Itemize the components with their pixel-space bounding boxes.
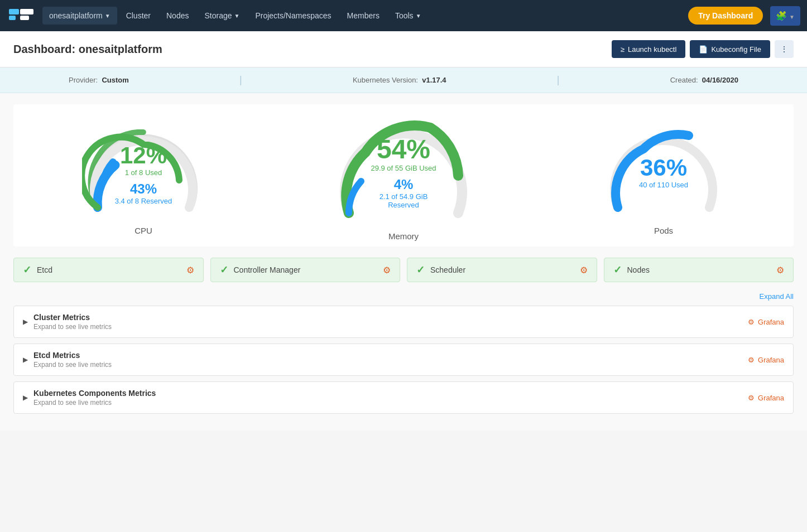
memory-gauge-text: 54% 29.9 of 55 GiB Used 4% 2.1 of 54.9 G… [370, 136, 437, 209]
cpu-used-percent: 12% [115, 144, 172, 167]
launch-kubectl-button[interactable]: ≥ Launch kubectl [612, 40, 686, 58]
grafana-icon-controller-manager[interactable]: ⚙ [383, 265, 391, 275]
memory-reserved-percent: 4% [370, 177, 437, 192]
k8s-components-metrics-grafana[interactable]: ⚙ Grafana [748, 394, 784, 402]
check-icon: ✓ [23, 264, 31, 276]
expand-all-row: Expand All [13, 291, 794, 301]
grafana-icon: ⚙ [748, 356, 755, 364]
nav-item-storage[interactable]: Storage ▼ [198, 7, 246, 25]
cpu-reserved-detail: 3.4 of 8 Reserved [115, 197, 172, 205]
divider: | [239, 74, 242, 86]
memory-used-percent: 54% [370, 136, 437, 163]
pods-label: Pods [654, 226, 673, 235]
check-icon: ✓ [613, 264, 622, 276]
status-name-nodes: Nodes [627, 265, 771, 274]
etcd-metrics-subtitle: Expand to see live metrics [33, 361, 748, 369]
k8s-components-metrics-header[interactable]: ▶ Kubernetes Components Metrics Expand t… [14, 382, 793, 413]
svg-rect-1 [9, 9, 19, 14]
etcd-metrics-title: Etcd Metrics [33, 351, 748, 360]
grafana-icon-nodes[interactable]: ⚙ [776, 265, 784, 275]
cluster-metrics-panel: ▶ Cluster Metrics Expand to see live met… [13, 306, 794, 338]
cpu-label: CPU [134, 226, 152, 235]
k8s-version-info: Kubernetes Version: v1.17.4 [353, 76, 446, 84]
try-dashboard-button[interactable]: Try Dashboard [688, 7, 763, 25]
cpu-reserved-percent: 43% [115, 181, 172, 197]
main-content: 12% 1 of 8 Used 43% 3.4 of 8 Reserved CP… [0, 93, 807, 431]
k8s-components-metrics-panel: ▶ Kubernetes Components Metrics Expand t… [13, 381, 794, 414]
grafana-icon-etcd[interactable]: ⚙ [186, 265, 194, 275]
navbar: onesaitplatform ▼ Cluster Nodes Storage … [0, 0, 807, 31]
check-icon: ✓ [416, 264, 425, 276]
cluster-metrics-subtitle: Expand to see live metrics [33, 323, 748, 331]
check-icon: ✓ [220, 264, 228, 276]
etcd-metrics-panel: ▶ Etcd Metrics Expand to see live metric… [13, 344, 794, 376]
svg-rect-2 [9, 16, 16, 20]
pods-used-detail: 40 of 110 Used [639, 181, 688, 189]
pods-gauge-text: 36% 40 of 110 Used [639, 156, 688, 189]
info-bar: Provider: Custom | Kubernetes Version: v… [0, 67, 807, 93]
status-name-controller-manager: Controller Manager [234, 265, 378, 274]
arrow-right-icon: ▶ [23, 356, 28, 364]
cpu-used-detail: 1 of 8 Used [115, 168, 172, 177]
svg-rect-3 [20, 9, 33, 14]
grafana-icon: ⚙ [748, 318, 755, 326]
chevron-down-icon: ▼ [105, 13, 111, 19]
logo [7, 4, 40, 27]
pods-used-percent: 36% [639, 156, 688, 180]
status-row: ✓ Etcd ⚙ ✓ Controller Manager ⚙ ✓ Schedu… [13, 258, 794, 282]
etcd-metrics-header[interactable]: ▶ Etcd Metrics Expand to see live metric… [14, 344, 793, 375]
cpu-gauge-text: 12% 1 of 8 Used 43% 3.4 of 8 Reserved [115, 144, 172, 205]
expand-all-link[interactable]: Expand All [760, 292, 794, 301]
grafana-icon-scheduler[interactable]: ⚙ [580, 265, 588, 275]
created-info: Created: 04/16/2020 [670, 76, 738, 84]
memory-label: Memory [388, 231, 419, 241]
cluster-metrics-title: Cluster Metrics [33, 313, 748, 322]
etcd-metrics-grafana[interactable]: ⚙ Grafana [748, 356, 784, 364]
nav-item-nodes[interactable]: Nodes [160, 7, 195, 25]
user-icon: 🧩 [776, 11, 787, 21]
more-options-button[interactable]: ⋮ [775, 40, 794, 58]
divider: | [557, 74, 560, 86]
nav-item-projects-namespaces[interactable]: Projects/Namespaces [248, 7, 338, 25]
terminal-icon: ≥ [621, 45, 625, 54]
page-title: Dashboard: onesaitplatform [13, 43, 612, 56]
arrow-right-icon: ▶ [23, 394, 28, 402]
kubeconfig-file-button[interactable]: 📄 Kubeconfig File [690, 40, 770, 58]
memory-reserved-detail: 2.1 of 54.9 GiB Reserved [370, 192, 437, 209]
chevron-down-icon: ▼ [234, 13, 240, 19]
nav-item-onesaitplatform[interactable]: onesaitplatform ▼ [42, 7, 117, 25]
page-header: Dashboard: onesaitplatform ≥ Launch kube… [0, 31, 807, 67]
user-icon-button[interactable]: 🧩 ▼ [770, 6, 800, 26]
nav-item-members[interactable]: Members [340, 7, 386, 25]
cpu-gauge: 12% 1 of 8 Used 43% 3.4 of 8 Reserved CP… [60, 121, 227, 235]
nav-item-tools[interactable]: Tools ▼ [388, 7, 428, 25]
status-item-etcd: ✓ Etcd ⚙ [13, 258, 204, 282]
svg-rect-4 [20, 16, 29, 20]
chevron-down-icon: ▼ [789, 14, 795, 20]
cluster-metrics-grafana[interactable]: ⚙ Grafana [748, 318, 784, 326]
k8s-components-metrics-subtitle: Expand to see live metrics [33, 399, 748, 407]
chevron-down-icon: ▼ [416, 13, 421, 19]
grafana-icon: ⚙ [748, 394, 755, 402]
cluster-metrics-header[interactable]: ▶ Cluster Metrics Expand to see live met… [14, 306, 793, 337]
status-item-nodes: ✓ Nodes ⚙ [604, 258, 794, 282]
provider-info: Provider: Custom [69, 76, 129, 84]
memory-used-detail: 29.9 of 55 GiB Used [370, 164, 437, 172]
status-name-etcd: Etcd [37, 265, 181, 274]
status-item-scheduler: ✓ Scheduler ⚙ [407, 258, 597, 282]
status-name-scheduler: Scheduler [430, 265, 574, 274]
status-item-controller-manager: ✓ Controller Manager ⚙ [210, 258, 401, 282]
file-icon: 📄 [699, 45, 708, 54]
arrow-right-icon: ▶ [23, 318, 28, 326]
gauges-row: 12% 1 of 8 Used 43% 3.4 of 8 Reserved CP… [13, 104, 794, 246]
nav-item-cluster[interactable]: Cluster [119, 7, 157, 25]
pods-gauge: 36% 40 of 110 Used Pods [580, 121, 747, 235]
k8s-components-metrics-title: Kubernetes Components Metrics [33, 389, 748, 398]
memory-gauge: 54% 29.9 of 55 GiB Used 4% 2.1 of 54.9 G… [320, 115, 487, 241]
